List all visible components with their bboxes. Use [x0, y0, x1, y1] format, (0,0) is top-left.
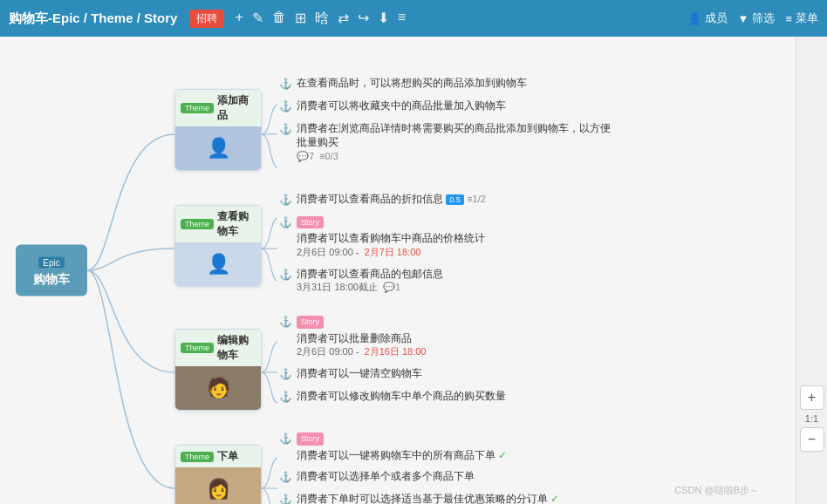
theme-title-1: 添加商品	[217, 93, 256, 123]
theme-header-1: Theme 添加商品	[175, 90, 261, 126]
plus-icon: +	[808, 390, 816, 405]
anchor-icon: ⚓	[279, 122, 292, 137]
anchor-icon: ⚓	[279, 99, 292, 114]
theme-title-4: 下单	[217, 449, 238, 464]
members-button[interactable]: 👤 成员	[687, 10, 728, 26]
comment-icon: 💬7	[297, 150, 314, 163]
main-menu-button[interactable]: ≡ 菜单	[785, 10, 818, 26]
epic-node[interactable]: Epic 购物车	[16, 245, 87, 296]
anchor-icon: ⚓	[279, 215, 292, 230]
theme-header-4: Theme 下单	[175, 446, 261, 467]
anchor-icon: ⚓	[279, 432, 292, 446]
story-group-4: ⚓ Story 消费者可以一键将购物车中的所有商品下单 ✓ ⚓ 消费者可以选择单…	[279, 431, 559, 504]
check-icon: ✓	[498, 449, 507, 461]
download-icon[interactable]: ⬇	[378, 10, 389, 28]
story-item[interactable]: ⚓ 消费者可以查看商品的包邮信息 3月31日 18:00截止 💬1	[279, 267, 486, 295]
anchor-icon: ⚓	[279, 493, 292, 504]
filter-icon: ▼	[738, 12, 749, 25]
recruit-button[interactable]: 招聘	[189, 10, 224, 28]
toolbar: + ✎ 🗑 ⊞ 晗 ⇄ ↪ ⬇ ≡	[235, 10, 406, 28]
anchor-icon: ⚓	[279, 367, 292, 382]
story-item[interactable]: ⚓ 消费者可以一键清空购物车	[279, 366, 506, 382]
main-area: Epic 购物车 Theme 添加商品 👤 Theme 查看购物车 👤 Them…	[0, 37, 827, 504]
anchor-icon: ⚓	[279, 268, 292, 283]
story-item[interactable]: ⚓ 消费者下单时可以选择适当基于最佳优惠策略的分订单 ✓	[279, 492, 559, 504]
task-count: ≡0/3	[319, 150, 338, 163]
add-icon[interactable]: +	[235, 10, 243, 28]
story-badge: Story	[297, 432, 324, 446]
minus-icon: −	[808, 432, 816, 447]
breadcrumb-title: 购物车-Epic / Theme / Story	[9, 10, 177, 27]
date-start: 2月6日 09:00 -	[297, 345, 359, 358]
swap-icon[interactable]: ⇄	[338, 10, 349, 28]
story-item[interactable]: ⚓ 消费者可以将收藏夹中的商品批量加入购物车	[279, 99, 611, 114]
filter-button[interactable]: ▼ 筛选	[738, 10, 776, 26]
story-group-2: ⚓ 消费者可以查看商品的折扣信息 0.5 ≡1/2 ⚓ Story 消费者可以查…	[279, 192, 486, 302]
epic-name: 购物车	[21, 272, 82, 288]
story-item[interactable]: ⚓ Story 消费者可以批量删除商品 2月6日 09:00 - 2月16日 1…	[279, 314, 506, 359]
edit-icon[interactable]: ✎	[252, 10, 263, 28]
theme-avatar-2: 👤	[175, 242, 261, 286]
anchor-icon: ⚓	[279, 315, 292, 330]
theme-title-2: 查看购物车	[217, 209, 256, 239]
date-end: 2月7日 18:00	[365, 246, 421, 259]
view-icon[interactable]: 晗	[315, 10, 329, 28]
zoom-in-button[interactable]: +	[800, 385, 824, 410]
date-end: 2月16日 18:00	[365, 345, 427, 358]
menu-lines-icon[interactable]: ≡	[398, 10, 406, 28]
anchor-icon: ⚓	[279, 470, 292, 485]
comment-icon: 💬1	[383, 281, 400, 294]
delete-icon[interactable]: 🗑	[272, 10, 286, 28]
epic-badge: Epic	[38, 257, 64, 269]
theme-title-3: 编辑购物车	[217, 333, 256, 363]
story-item[interactable]: ⚓ 消费者在浏览商品详情时将需要购买的商品批添加到购物车，以方便批量购买 💬7 …	[279, 121, 611, 164]
anchor-icon: ⚓	[279, 77, 292, 92]
theme-badge-2: Theme	[181, 219, 214, 229]
story-item[interactable]: ⚓ 消费者可以查看商品的折扣信息 0.5 ≡1/2	[279, 192, 486, 208]
theme-node-4[interactable]: Theme 下单 👩	[174, 445, 262, 504]
grid-icon[interactable]: ⊞	[295, 10, 306, 28]
theme-avatar-3: 🧑	[175, 366, 261, 410]
story-badge: Story	[297, 316, 324, 329]
watermark: CSDN @哒啦B步～	[674, 484, 759, 497]
theme-header-3: Theme 编辑购物车	[175, 330, 261, 366]
theme-node-3[interactable]: Theme 编辑购物车 🧑	[174, 329, 262, 411]
date-start: 2月6日 09:00 -	[297, 246, 359, 259]
anchor-icon: ⚓	[279, 390, 292, 405]
anchor-icon: ⚓	[279, 193, 292, 208]
theme-badge-3: Theme	[181, 343, 214, 353]
share-icon[interactable]: ↪	[358, 10, 369, 28]
story-badge: Story	[297, 216, 324, 229]
version-badge: 0.5	[446, 194, 464, 205]
theme-node-2[interactable]: Theme 查看购物车 👤	[174, 205, 262, 287]
story-group-3: ⚓ Story 消费者可以批量删除商品 2月6日 09:00 - 2月16日 1…	[279, 314, 506, 411]
theme-header-2: Theme 查看购物车	[175, 206, 261, 242]
header-right: 👤 成员 ▼ 筛选 ≡ 菜单	[687, 10, 818, 26]
story-item[interactable]: ⚓ Story 消费者可以查看购物车中商品的价格统计 2月6日 09:00 - …	[279, 215, 486, 260]
task-count: ≡1/2	[467, 194, 486, 204]
mindmap-canvas[interactable]: Epic 购物车 Theme 添加商品 👤 Theme 查看购物车 👤 Them…	[0, 37, 796, 504]
check-icon: ✓	[550, 493, 559, 504]
story-item[interactable]: ⚓ 消费者可以修改购物车中单个商品的购买数量	[279, 389, 506, 405]
story-item[interactable]: ⚓ 在查看商品时，可以将想购买的商品添加到购物车	[279, 76, 611, 92]
story-group-1: ⚓ 在查看商品时，可以将想购买的商品添加到购物车 ⚓ 消费者可以将收藏夹中的商品…	[279, 76, 611, 171]
theme-avatar-4: 👩	[175, 467, 261, 504]
zoom-ratio-label: 1:1	[805, 413, 818, 424]
theme-avatar-1: 👤	[175, 126, 261, 170]
zoom-controls: + 1:1 −	[796, 37, 827, 504]
theme-badge-4: Theme	[181, 452, 214, 462]
theme-node-1[interactable]: Theme 添加商品 👤	[174, 89, 262, 171]
hamburger-icon: ≡	[785, 12, 792, 25]
app-header: 购物车-Epic / Theme / Story 招聘 + ✎ 🗑 ⊞ 晗 ⇄ …	[0, 0, 827, 37]
story-item[interactable]: ⚓ 消费者可以选择单个或者多个商品下单	[279, 469, 559, 485]
story-item[interactable]: ⚓ Story 消费者可以一键将购物车中的所有商品下单 ✓	[279, 431, 559, 462]
person-icon: 👤	[687, 12, 701, 25]
theme-badge-1: Theme	[181, 103, 214, 113]
zoom-out-button[interactable]: −	[800, 427, 824, 452]
deadline: 3月31日 18:00截止	[297, 281, 378, 294]
